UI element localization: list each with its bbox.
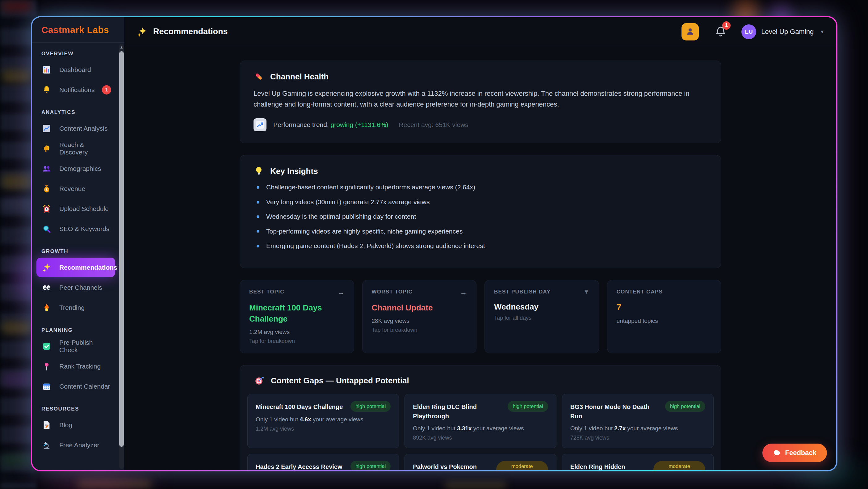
notifications-button[interactable]: 1	[715, 26, 726, 38]
sidebar-item-dashboard[interactable]: Dashboard	[36, 60, 115, 80]
gap-multiplier: 3.31x	[457, 425, 472, 432]
stat-card-content-gaps[interactable]: CONTENT GAPS 7 untapped topics	[607, 280, 722, 354]
sidebar-item-notifications[interactable]: Notifications 1	[36, 80, 115, 99]
sidebar-item-upload-schedule[interactable]: Upload Schedule	[36, 199, 115, 218]
gap-card-elden-ring-mechanics[interactable]: Elden Ring Hidden Mechanics moderate pot…	[562, 454, 714, 470]
stat-meta: untapped topics	[617, 317, 712, 324]
sidebar-item-label: Blog	[59, 421, 72, 429]
avatar: LU	[741, 24, 756, 39]
channel-health-description: Level Up Gaming is experiencing explosiv…	[253, 88, 707, 110]
sidebar-item-revenue[interactable]: $ Revenue	[36, 179, 115, 198]
stat-card-best-topic[interactable]: BEST TOPIC → Minecraft 100 Days Challeng…	[240, 280, 354, 354]
sidebar-item-rank-tracking[interactable]: Rank Tracking	[36, 357, 115, 376]
stat-cards-row: BEST TOPIC → Minecraft 100 Days Challeng…	[240, 280, 721, 354]
gap-multiplier: 2.7x	[614, 425, 626, 432]
gap-card-bg3-honor-mode[interactable]: BG3 Honor Mode No Death Run high potenti…	[562, 394, 714, 448]
gap-title: Palworld vs Pokemon Comparison	[413, 461, 492, 470]
gap-average-views: 1.2M avg views	[256, 426, 391, 432]
insight-text: Top-performing videos are highly specifi…	[266, 227, 463, 236]
gap-title: Minecraft 100 Days Challenge	[256, 401, 343, 411]
gap-card-hades-2-review[interactable]: Hades 2 Early Access Review high potenti…	[247, 454, 399, 470]
stat-value: 7	[617, 301, 712, 313]
stat-meta: 1.2M avg views	[249, 329, 345, 335]
gap-head: Hades 2 Early Access Review high potenti…	[256, 461, 391, 470]
sidebar-scrollbar-thumb[interactable]	[119, 51, 124, 447]
sidebar-item-label: Trending	[59, 304, 85, 311]
stat-value: Wednesday	[494, 301, 589, 312]
insight-item: Challenge-based content significantly ou…	[257, 183, 707, 192]
target-icon	[254, 375, 265, 386]
feedback-button[interactable]: Feedback	[763, 444, 827, 462]
potential-badge: high potential	[665, 401, 705, 411]
gap-multiplier: 4.6x	[300, 416, 311, 423]
sidebar-item-label: Content Analysis	[59, 125, 107, 132]
stat-value: Channel Update	[372, 302, 467, 313]
sidebar-nav: OVERVIEW Dashboard Notifications 1 ANALY…	[32, 42, 124, 470]
sidebar-item-content-calendar[interactable]: Content Calendar	[36, 376, 115, 396]
sidebar-item-free-analyzer[interactable]: Free Analyzer	[36, 435, 115, 455]
sidebar-item-pre-publish-check[interactable]: Pre-Publish Check	[36, 336, 115, 356]
channel-health-title: Channel Health	[270, 72, 329, 82]
stat-meta: 28K avg views	[372, 317, 467, 324]
sidebar-item-demographics[interactable]: Demographics	[36, 159, 115, 178]
gap-card-palworld-vs-pokemon[interactable]: Palworld vs Pokemon Comparison moderate …	[404, 454, 556, 470]
nav-section-label-analytics: ANALYTICS	[41, 109, 115, 116]
sidebar-item-blog[interactable]: Blog	[36, 415, 115, 435]
potential-badge: high potential	[350, 401, 391, 411]
gap-head: Palworld vs Pokemon Comparison moderate …	[413, 461, 548, 470]
people-icon	[41, 163, 52, 174]
scrollbar-up-arrow-icon[interactable]: ▲	[119, 44, 124, 50]
content-gaps-grid: Minecraft 100 Days Challenge high potent…	[247, 394, 714, 470]
insight-item: Wednesday is the optimal publishing day …	[257, 212, 707, 221]
feedback-label: Feedback	[785, 449, 817, 457]
bullet-dot	[257, 215, 259, 218]
topbar-actions: 1 LU Level Up Gaming ▼	[681, 23, 825, 40]
megaphone-icon	[41, 143, 52, 154]
person-icon	[685, 26, 695, 37]
gap-average-views: 728K avg views	[570, 435, 705, 441]
sidebar-item-recommendations[interactable]: Recommendations	[36, 257, 115, 277]
gap-description: Only 1 video but 2.7x your average views	[570, 425, 705, 432]
stat-head: WORST TOPIC →	[372, 289, 467, 296]
gap-card-elden-ring-dlc[interactable]: Elden Ring DLC Blind Playthrough high po…	[404, 394, 556, 448]
sparkles-icon	[136, 26, 148, 37]
insight-text: Wednesday is the optimal publishing day …	[266, 212, 416, 221]
lightbulb-icon	[253, 166, 264, 176]
stat-label: BEST TOPIC	[249, 289, 284, 295]
sidebar-item-reach-discovery[interactable]: Reach & Discovery	[36, 139, 115, 158]
insights-list: Challenge-based content significantly ou…	[253, 183, 707, 250]
sidebar-item-label: Notifications	[59, 86, 94, 94]
sidebar-item-trending[interactable]: Trending	[36, 298, 115, 317]
profile-button[interactable]	[681, 23, 699, 40]
main-content: Channel Health Level Up Gaming is experi…	[125, 46, 836, 470]
app-window-content: Castmark Labs OVERVIEW Dashboard Notific…	[32, 17, 836, 470]
stat-label: CONTENT GAPS	[617, 289, 663, 295]
sidebar-item-peer-channels[interactable]: Peer Channels	[36, 278, 115, 297]
sidebar-item-label: Recommendations	[59, 264, 117, 271]
key-insights-card: Key Insights Challenge-based content sig…	[240, 155, 721, 268]
potential-badge: high potential	[508, 401, 548, 411]
stat-label: BEST PUBLISH DAY	[494, 289, 551, 295]
key-insights-title: Key Insights	[270, 166, 318, 176]
gap-head: BG3 Honor Mode No Death Run high potenti…	[570, 401, 705, 421]
stat-label: WORST TOPIC	[372, 289, 413, 295]
sidebar-item-label: Content Calendar	[59, 383, 110, 390]
sidebar-item-seo-keywords[interactable]: SEO & Keywords	[36, 219, 115, 239]
performance-trend-row: Performance trend: growing (+1131.6%) Re…	[253, 118, 707, 131]
sidebar-item-label: Free Analyzer	[59, 441, 99, 449]
stat-card-best-publish-day[interactable]: BEST PUBLISH DAY ▼ Wednesday Tap for all…	[485, 280, 599, 354]
sidebar-item-content-analysis[interactable]: Content Analysis	[36, 119, 115, 138]
main-column: Recommendations 1 LU Level Up Gaming	[125, 17, 836, 470]
bullet-dot	[257, 186, 259, 189]
account-menu[interactable]: LU Level Up Gaming ▼	[741, 24, 825, 39]
sidebar: Castmark Labs OVERVIEW Dashboard Notific…	[32, 17, 125, 470]
stat-card-worst-topic[interactable]: WORST TOPIC → Channel Update 28K avg vie…	[362, 280, 477, 354]
nav-section-label-resources: RESOURCES	[41, 406, 115, 412]
line-chart-icon	[41, 123, 52, 134]
gap-title: Elden Ring DLC Blind Playthrough	[413, 401, 503, 421]
content-gaps-card: Content Gaps — Untapped Potential Minecr…	[240, 365, 721, 470]
gap-head: Minecraft 100 Days Challenge high potent…	[256, 401, 391, 411]
background-blur-tile	[2, 198, 31, 211]
trend-value: growing (+1131.6%)	[331, 121, 389, 128]
gap-card-minecraft-100-days[interactable]: Minecraft 100 Days Challenge high potent…	[247, 394, 399, 448]
